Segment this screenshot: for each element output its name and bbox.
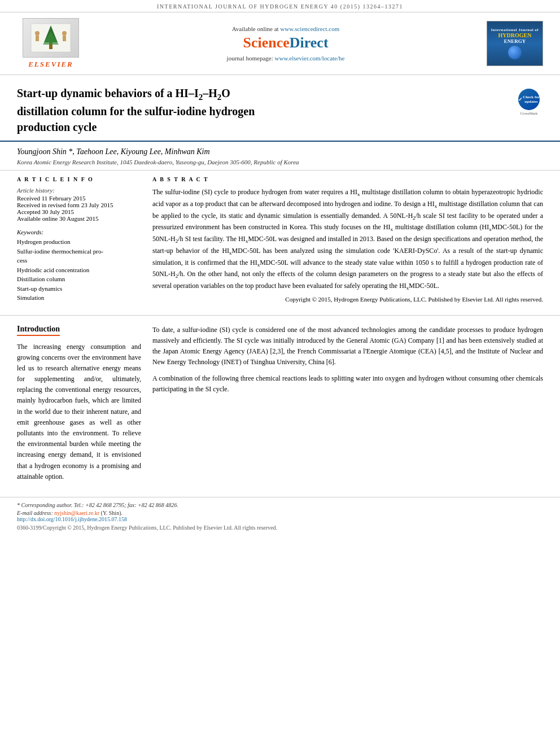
elsevier-logo-area: ELSEVIER [11,18,90,69]
authors-list: Youngjoon Shin *, Taehoon Lee, Kiyoung L… [17,147,543,156]
doi-link[interactable]: http://dx.doi.org/10.1016/j.ijhydene.201… [17,516,127,522]
copyright-text: Copyright © 2015, Hydrogen Energy Public… [152,296,543,303]
keyword-distillation: Distillation column [17,274,141,284]
svg-point-4 [35,31,40,36]
title-section: Start-up dynamic behaviors of a HI–I2–H2… [0,75,560,142]
intro-left-paragraph: The increasing energy consumption and gr… [17,342,141,482]
crossmark-badge: ✓Check forupdates CrossMark [515,88,543,116]
svg-rect-7 [63,36,66,41]
article-info-abstract-section: A R T I C L E I N F O Article history: R… [0,171,560,316]
email-suffix: (Y. Shin). [101,510,123,516]
author-email[interactable]: nyjshin@kaeri.re.kr [54,510,99,516]
affiliation-text: Korea Atomic Energy Research Institute, … [17,159,543,165]
svg-rect-5 [36,36,39,41]
keywords-label: Keywords: [17,229,141,235]
introduction-section: Introduction The increasing energy consu… [0,316,560,497]
page-header: ELSEVIER Available online at www.science… [0,12,560,75]
keyword-startup: Start-up dynamics [17,284,141,294]
abstract-text: The sulfur-iodine (SI) cycle to produce … [152,187,543,292]
authors-section: Youngjoon Shin *, Taehoon Lee, Kiyoung L… [0,142,560,171]
paper-title: Start-up dynamic behaviors of a HI–I2–H2… [17,85,504,135]
history-label: Article history: [17,187,141,194]
crossmark-label: CrossMark [520,111,537,116]
available-date: Available online 30 August 2015 [17,215,141,222]
email-label: E-mail address: [17,510,53,516]
article-info-column: A R T I C L E I N F O Article history: R… [17,176,141,309]
footer-section: * Corresponding author. Tel.: +82 42 868… [0,497,560,535]
globe-icon [508,46,522,59]
received-date: Received 11 February 2015 [17,195,141,202]
sciencedirect-logo: ScienceDirect [102,34,470,51]
introduction-heading: Introduction [17,325,60,336]
elsevier-tree-logo [23,18,79,58]
corresponding-author-note: * Corresponding author. Tel.: +82 42 868… [17,502,543,508]
revised-date: Received in revised form 23 July 2015 [17,202,141,208]
journal-title-text: INTERNATIONAL JOURNAL OF HYDROGEN ENERGY… [157,3,403,10]
journal-cover-image: International Journal of HYDROGEN ENERGY [487,21,543,66]
keyword-sulfur-iodine: Sulfur-iodine thermochemical pro-cess [17,247,141,265]
svg-point-6 [62,31,67,36]
elsevier-name: ELSEVIER [28,60,73,69]
abstract-column: A B S T R A C T The sulfur-iodine (SI) c… [152,176,543,309]
journal-cover-area: International Journal of HYDROGEN ENERGY [481,21,549,66]
crossmark-icon: ✓Check forupdates [518,89,540,110]
available-online-text: Available online at www.sciencedirect.co… [102,25,470,32]
article-history: Article history: Received 11 February 20… [17,187,141,222]
keyword-hydriodic: Hydriodic acid concentration [17,265,141,275]
article-info-header: A R T I C L E I N F O [17,176,141,182]
journal-url[interactable]: www.elsevier.com/locate/he [275,55,345,62]
intro-right-paragraph-2: A combination of the following three che… [152,373,543,395]
sciencedirect-info: Available online at www.sciencedirect.co… [90,25,481,62]
intro-left-column: Introduction The increasing energy consu… [17,325,141,488]
journal-header-bar: INTERNATIONAL JOURNAL OF HYDROGEN ENERGY… [0,0,560,12]
accepted-date: Accepted 30 July 2015 [17,208,141,215]
keyword-simulation: Simulation [17,293,141,303]
intro-right-paragraph-1: To date, a sulfur-iodine (SI) cycle is c… [152,325,543,368]
journal-homepage-line: journal homepage: www.elsevier.com/locat… [102,55,470,62]
doi-line: http://dx.doi.org/10.1016/j.ijhydene.201… [17,516,543,522]
issn-copyright: 0360-3199/Copyright © 2015, Hydrogen Ene… [17,525,543,531]
email-line: E-mail address: nyjshin@kaeri.re.kr (Y. … [17,510,543,516]
sciencedirect-url[interactable]: www.sciencedirect.com [280,25,339,32]
intro-right-column: To date, a sulfur-iodine (SI) cycle is c… [152,325,543,488]
keywords-block: Keywords: Hydrogen production Sulfur-iod… [17,229,141,303]
keyword-hydrogen-production: Hydrogen production [17,237,141,247]
abstract-header: A B S T R A C T [152,176,543,182]
